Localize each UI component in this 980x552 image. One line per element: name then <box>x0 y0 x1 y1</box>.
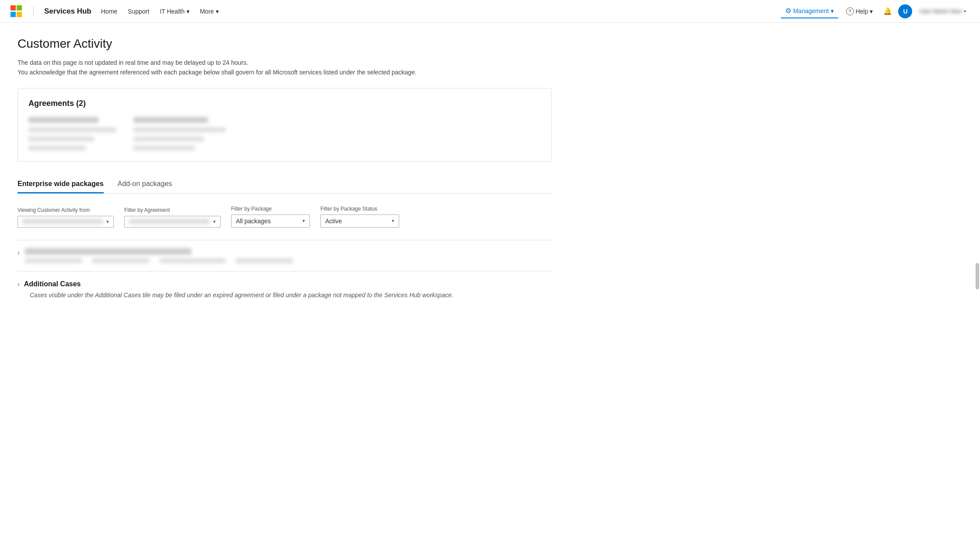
package-info <box>25 248 551 263</box>
package-filter-select[interactable]: All packages ▾ <box>231 214 310 228</box>
package-filter-label: Filter by Package <box>231 206 310 212</box>
status-filter-group: Filter by Package Status Active ▾ <box>320 206 399 228</box>
package-filter-value: All packages <box>236 218 299 225</box>
nav-links: Home Support IT Health ▾ More ▾ <box>97 5 781 18</box>
additional-cases-section: › Additional Cases Cases visible under t… <box>18 271 551 307</box>
agreement-1-detail2 <box>28 137 94 141</box>
additional-cases-description: Cases visible under the Additional Cases… <box>18 292 551 299</box>
user-menu-chevron-icon: ▾ <box>964 9 966 14</box>
tab-enterprise-packages[interactable]: Enterprise wide packages <box>18 176 104 193</box>
agreement-filter-select[interactable]: ▾ <box>124 216 221 228</box>
package-section: › › Additional Cases Cases visible under… <box>18 240 551 307</box>
nav-user-info[interactable]: User Name Here ▾ <box>916 8 969 14</box>
help-chevron-icon: ▾ <box>870 8 873 15</box>
viewing-filter-group: Viewing Customer Activity from ▾ <box>18 207 114 228</box>
description-line2: You acknowledge that the agreement refer… <box>18 67 551 77</box>
agreement-2-detail3 <box>133 146 195 151</box>
additional-cases-expand-icon: › <box>18 281 20 288</box>
nav-more[interactable]: More ▾ <box>196 5 223 18</box>
status-filter-chevron-icon: ▾ <box>392 218 394 224</box>
package-meta <box>25 258 551 263</box>
description-line1: The data on this page is not updated in … <box>18 58 551 67</box>
nav-bar: Services Hub Home Support IT Health ▾ Mo… <box>0 0 980 23</box>
agreement-card-2 <box>133 117 225 151</box>
nav-management[interactable]: ⚙ Management ▾ <box>781 4 838 18</box>
it-health-chevron-icon: ▾ <box>186 8 190 15</box>
more-chevron-icon: ▾ <box>216 8 219 15</box>
notifications-button[interactable]: 🔔 <box>881 4 895 18</box>
user-avatar[interactable]: U <box>898 4 912 18</box>
nav-right: ⚙ Management ▾ ? Help ▾ 🔔 U User Name He… <box>781 4 969 18</box>
viewing-filter-select[interactable]: ▾ <box>18 216 114 228</box>
additional-cases-header[interactable]: › Additional Cases <box>18 280 551 288</box>
nav-divider <box>33 6 34 17</box>
nav-brand: Services Hub <box>44 7 91 16</box>
agreement-1-name <box>28 117 98 123</box>
main-content: Customer Activity The data on this page … <box>0 23 569 321</box>
nav-home[interactable]: Home <box>97 5 122 18</box>
filters-row: Viewing Customer Activity from ▾ Filter … <box>18 206 551 228</box>
agreement-filter-chevron-icon: ▾ <box>213 219 216 225</box>
scrollbar-indicator[interactable] <box>976 263 979 289</box>
agreement-filter-group: Filter by Agreement ▾ <box>124 207 221 228</box>
management-chevron-icon: ▾ <box>831 7 834 14</box>
gear-icon: ⚙ <box>785 7 791 15</box>
agreements-title: Agreements (2) <box>28 99 541 108</box>
bell-icon: 🔔 <box>883 7 892 15</box>
agreement-filter-value <box>129 219 210 224</box>
agreements-grid <box>28 117 541 151</box>
agreement-card-1 <box>28 117 116 151</box>
agreements-box: Agreements (2) <box>18 88 551 162</box>
microsoft-logo <box>11 5 23 18</box>
package-meta-enddate <box>92 258 149 263</box>
page-description: The data on this page is not updated in … <box>18 58 551 77</box>
status-filter-select[interactable]: Active ▾ <box>320 214 399 228</box>
package-filter-group: Filter by Package All packages ▾ <box>231 206 310 228</box>
package-meta-agreement <box>160 258 225 263</box>
nav-help[interactable]: ? Help ▾ <box>842 5 878 18</box>
agreement-2-detail1 <box>133 127 225 132</box>
agreement-2-name <box>133 117 208 123</box>
tabs-row: Enterprise wide packages Add-on packages <box>18 176 551 193</box>
help-circle-icon: ? <box>846 7 854 15</box>
viewing-filter-chevron-icon: ▾ <box>106 219 109 225</box>
package-row: › <box>18 240 551 271</box>
nav-logo[interactable]: Services Hub <box>11 5 91 18</box>
viewing-filter-value <box>22 219 103 224</box>
status-filter-label: Filter by Package Status <box>320 206 399 212</box>
tab-addon-packages[interactable]: Add-on packages <box>118 176 172 193</box>
user-name: User Name Here <box>919 8 962 14</box>
agreement-1-detail3 <box>28 146 85 151</box>
agreement-filter-label: Filter by Agreement <box>124 207 221 213</box>
agreement-2-detail2 <box>133 137 204 141</box>
status-filter-value: Active <box>325 218 388 225</box>
package-expand-button[interactable]: › <box>18 249 20 256</box>
package-filter-chevron-icon: ▾ <box>302 218 305 224</box>
agreement-1-detail1 <box>28 127 116 132</box>
package-meta-startdate <box>25 258 82 263</box>
page-title: Customer Activity <box>18 37 551 51</box>
package-meta-packageid <box>236 258 293 263</box>
nav-it-health[interactable]: IT Health ▾ <box>155 5 194 18</box>
additional-cases-title: Additional Cases <box>24 280 81 288</box>
package-name <box>25 248 191 255</box>
nav-support[interactable]: Support <box>123 5 154 18</box>
viewing-filter-label: Viewing Customer Activity from <box>18 207 114 213</box>
